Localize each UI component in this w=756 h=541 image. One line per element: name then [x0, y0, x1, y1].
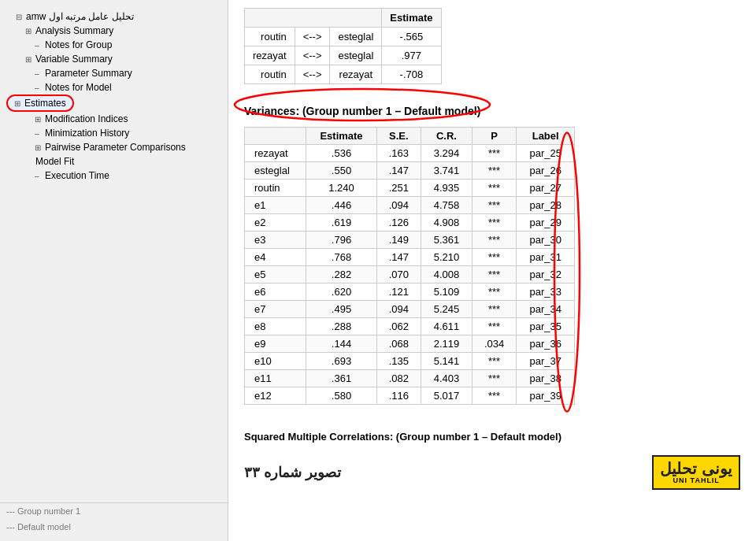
var-se: .149 — [376, 232, 421, 249]
table-row: e6 .620 .121 5.109 *** par_33 — [245, 283, 575, 301]
cov-arrow: <--> — [295, 46, 330, 65]
table-row: rezayat <--> esteglal .977 — [245, 46, 442, 65]
table-row: routin <--> esteglal -.565 — [245, 28, 442, 46]
var-p: *** — [472, 145, 517, 162]
sidebar-item-label: Analysis Summary — [35, 25, 113, 36]
var-cr: 4.611 — [421, 318, 472, 335]
var-label: par_25 — [517, 145, 575, 162]
var-estimate: .550 — [306, 162, 376, 180]
var-header — [245, 128, 306, 145]
image-label: تصویر شماره ۳۳ — [244, 464, 341, 481]
var-p: *** — [472, 249, 517, 266]
var-cr: 5.245 — [421, 301, 472, 318]
covariances-table: Estimate routin <--> esteglal -.565 reza… — [244, 8, 442, 84]
var-label: par_34 — [517, 301, 575, 318]
dash-icon: – — [35, 129, 43, 138]
var-label: par_30 — [517, 232, 575, 249]
table-row: e8 .288 .062 4.611 *** par_35 — [245, 318, 575, 335]
var-label: par_26 — [517, 162, 575, 180]
var-p: .034 — [472, 335, 517, 353]
sidebar-item-model-fit[interactable]: Model Fit — [6, 154, 221, 169]
var-estimate: .495 — [306, 301, 376, 318]
sidebar-item-label: Execution Time — [45, 170, 109, 181]
sidebar-item-label: Notes for Group — [45, 39, 112, 50]
var-p: *** — [472, 301, 517, 318]
var-cr: 3.294 — [421, 145, 472, 162]
var-se: .062 — [376, 318, 421, 335]
sidebar-item-root[interactable]: ⊟ amw تحلیل عامل مرتبه اول — [6, 9, 221, 24]
sidebar-item-label: Minimization History — [45, 128, 129, 139]
var-cr: 2.119 — [421, 335, 472, 353]
var-label: par_31 — [517, 249, 575, 266]
var-estimate: .144 — [306, 335, 376, 353]
var-label: par_33 — [517, 283, 575, 301]
cov-var1: routin — [245, 28, 295, 46]
var-p: *** — [472, 370, 517, 387]
expand-icon: ⊞ — [25, 27, 33, 35]
table-row: e11 .361 .082 4.403 *** par_38 — [245, 370, 575, 387]
var-cr: 4.935 — [421, 180, 472, 197]
var-cr: 4.908 — [421, 214, 472, 232]
var-estimate: .619 — [306, 214, 376, 232]
var-cr: 5.141 — [421, 353, 472, 370]
var-name: e7 — [245, 301, 306, 318]
var-name: e10 — [245, 353, 306, 370]
variances-table: EstimateS.E.C.R.PLabel rezayat .536 .163… — [244, 127, 575, 405]
table-row: rezayat .536 .163 3.294 *** par_25 — [245, 145, 575, 162]
var-name: e11 — [245, 370, 306, 387]
sidebar-item-pairwise[interactable]: ⊞ Pairwise Parameter Comparisons — [6, 140, 221, 154]
var-estimate: .620 — [306, 283, 376, 301]
table-row: e3 .796 .149 5.361 *** par_30 — [245, 232, 575, 249]
sidebar-item-minimization-history[interactable]: – Minimization History — [6, 126, 221, 140]
sidebar-item-execution-time[interactable]: – Execution Time — [6, 169, 221, 183]
table-row: e7 .495 .094 5.245 *** par_34 — [245, 301, 575, 318]
cov-estimate: .977 — [382, 46, 441, 65]
var-header: Estimate — [306, 128, 376, 145]
var-name: e8 — [245, 318, 306, 335]
cov-arrow: <--> — [295, 28, 330, 46]
sidebar-item-analysis-summary[interactable]: ⊞ Analysis Summary — [6, 24, 221, 38]
variances-section: Variances: (Group number 1 – Default mod… — [244, 97, 480, 124]
cov-var2: rezayat — [330, 65, 382, 84]
var-cr: 4.758 — [421, 197, 472, 214]
var-label: par_37 — [517, 353, 575, 370]
var-label: par_39 — [517, 387, 575, 405]
expand-icon: ⊞ — [35, 115, 43, 124]
logo-box: یونی تحلیل UNI TAHLIL — [652, 455, 740, 490]
sidebar-item-modification-indices[interactable]: ⊞ Modification Indices — [6, 112, 221, 126]
expand-icon: ⊞ — [35, 143, 43, 152]
model-label: --- Default model — [0, 519, 228, 535]
var-p: *** — [472, 318, 517, 335]
var-label: par_35 — [517, 318, 575, 335]
logo-text: یونی تحلیل — [660, 460, 732, 477]
var-cr: 5.017 — [421, 387, 472, 405]
var-p: *** — [472, 180, 517, 197]
var-se: .251 — [376, 180, 421, 197]
var-cr: 5.109 — [421, 283, 472, 301]
var-se: .068 — [376, 335, 421, 353]
sidebar-item-estimates[interactable]: ⊞ Estimates — [6, 94, 74, 112]
squared-header: Squared Multiple Correlations: (Group nu… — [244, 431, 740, 443]
sidebar-item-variable-summary[interactable]: ⊞ Variable Summary — [6, 52, 221, 66]
var-name: rezayat — [245, 145, 306, 162]
sidebar: ⊟ amw تحلیل عامل مرتبه اول ⊞ Analysis Su… — [0, 0, 228, 541]
logo-sub: UNI TAHLIL — [673, 477, 720, 485]
sidebar-item-notes-for-model[interactable]: – Notes for Model — [6, 80, 221, 94]
var-p: *** — [472, 162, 517, 180]
var-estimate: .536 — [306, 145, 376, 162]
var-se: .135 — [376, 353, 421, 370]
var-header: P — [472, 128, 517, 145]
root-label: amw تحلیل عامل مرتبه اول — [26, 11, 134, 22]
dash-icon: – — [35, 83, 43, 92]
var-se: .121 — [376, 283, 421, 301]
sidebar-item-label: Modification Indices — [45, 113, 128, 124]
table-row: e1 .446 .094 4.758 *** par_28 — [245, 197, 575, 214]
var-se: .126 — [376, 214, 421, 232]
sidebar-item-parameter-summary[interactable]: – Parameter Summary — [6, 66, 221, 80]
cov-var2: esteglal — [330, 46, 382, 65]
sidebar-item-notes-for-group[interactable]: – Notes for Group — [6, 38, 221, 52]
var-header: C.R. — [421, 128, 472, 145]
cov-empty-header — [245, 9, 382, 28]
var-estimate: .693 — [306, 353, 376, 370]
var-estimate: 1.240 — [306, 180, 376, 197]
